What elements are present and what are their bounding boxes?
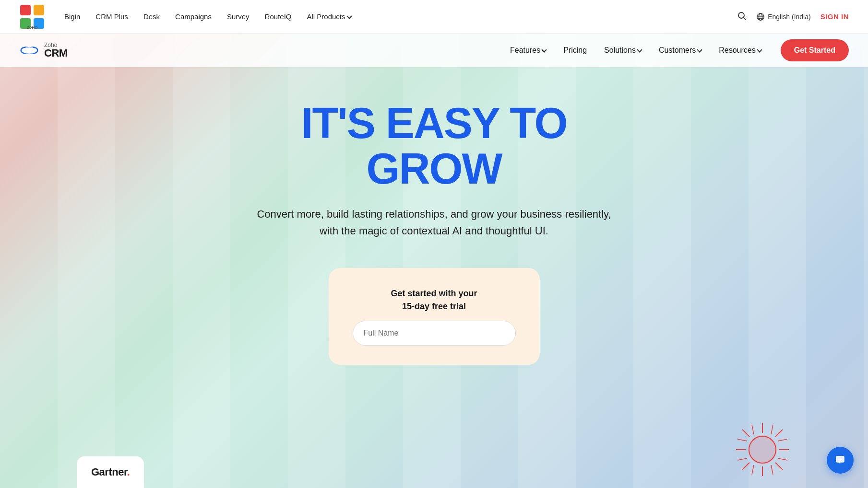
svg-line-26 xyxy=(752,425,754,434)
svg-text:ZOHO: ZOHO xyxy=(26,25,37,30)
hero-subtext: Convert more, build lasting relationship… xyxy=(257,206,611,239)
svg-line-6 xyxy=(744,18,746,20)
svg-point-36 xyxy=(838,459,839,460)
svg-point-17 xyxy=(748,435,777,464)
svg-rect-0 xyxy=(20,5,31,15)
gartner-badge: Gartner. xyxy=(77,456,144,488)
chat-button[interactable] xyxy=(827,447,854,474)
svg-line-22 xyxy=(742,430,749,437)
top-nav-right: English (India) SIGN IN xyxy=(737,11,849,22)
solutions-chevron-icon xyxy=(637,47,642,52)
top-navigation: ZOHO Bigin CRM Plus Desk Campaigns Surve… xyxy=(0,0,868,34)
zoho-logo[interactable]: ZOHO xyxy=(19,4,45,30)
crm-nav-features[interactable]: Features xyxy=(510,46,546,55)
svg-line-29 xyxy=(771,465,773,475)
chevron-down-icon xyxy=(346,13,352,19)
award-badge xyxy=(734,421,791,478)
crm-nav-links: Features Pricing Solutions Customers Res… xyxy=(510,46,761,55)
top-nav-links: Bigin CRM Plus Desk Campaigns Survey Rou… xyxy=(64,12,737,21)
svg-line-25 xyxy=(742,463,749,470)
gartner-label: Gartner. xyxy=(91,466,130,478)
svg-line-28 xyxy=(752,465,754,475)
nav-bigin[interactable]: Bigin xyxy=(64,12,80,21)
language-label: English (India) xyxy=(768,13,811,21)
svg-line-23 xyxy=(775,463,783,470)
trial-card-title: Get started with your 15-day free trial xyxy=(391,287,477,313)
crm-nav-customers[interactable]: Customers xyxy=(659,46,702,55)
svg-line-31 xyxy=(737,458,747,460)
customers-chevron-icon xyxy=(697,47,702,52)
all-products-label: All Products xyxy=(307,12,345,21)
hero-section: IT'S EASY TO GROW Convert more, build la… xyxy=(0,34,868,488)
nav-survey[interactable]: Survey xyxy=(227,12,250,21)
full-name-input[interactable] xyxy=(353,321,516,346)
sign-in-link[interactable]: SIGN IN xyxy=(820,12,849,21)
nav-routeiq[interactable]: RouteIQ xyxy=(265,12,292,21)
crm-logo-crm: CRM xyxy=(44,48,68,58)
nav-campaigns[interactable]: Campaigns xyxy=(175,12,212,21)
svg-point-37 xyxy=(840,459,841,460)
crm-logo[interactable]: Zoho CRM xyxy=(19,42,68,58)
all-products-dropdown[interactable]: All Products xyxy=(307,12,351,21)
svg-rect-1 xyxy=(34,5,44,15)
svg-line-30 xyxy=(737,439,747,441)
svg-line-24 xyxy=(775,430,783,437)
crm-navigation: Zoho CRM Features Pricing Solutions Cust… xyxy=(0,34,868,67)
svg-line-33 xyxy=(778,458,787,460)
crm-nav-solutions[interactable]: Solutions xyxy=(604,46,642,55)
nav-crm-plus[interactable]: CRM Plus xyxy=(95,12,128,21)
hero-headline: IT'S EASY TO GROW xyxy=(301,101,567,191)
resources-chevron-icon xyxy=(757,47,762,52)
svg-line-32 xyxy=(778,439,787,441)
get-started-button[interactable]: Get Started xyxy=(781,39,849,61)
search-button[interactable] xyxy=(737,11,747,22)
svg-point-38 xyxy=(841,459,842,460)
svg-line-27 xyxy=(771,425,773,434)
nav-desk[interactable]: Desk xyxy=(143,12,160,21)
crm-nav-pricing[interactable]: Pricing xyxy=(563,46,587,55)
crm-nav-resources[interactable]: Resources xyxy=(719,46,761,55)
svg-rect-14 xyxy=(26,47,33,53)
features-chevron-icon xyxy=(542,47,547,52)
trial-card: Get started with your 15-day free trial xyxy=(329,268,540,365)
language-selector[interactable]: English (India) xyxy=(756,12,811,21)
